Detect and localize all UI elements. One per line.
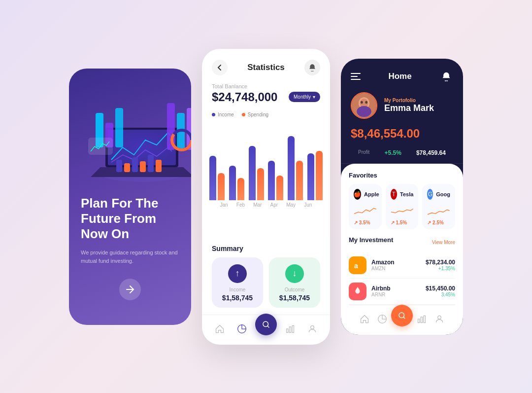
portfolio-info: My Portofolio Emma Mark [384,98,434,113]
nav-profile[interactable] [303,320,321,338]
profit-amount: $78,459.64 [416,149,446,156]
p3-nav-chart[interactable] [373,310,391,328]
svg-rect-7 [115,108,123,147]
income-dot [212,113,215,116]
tesla-name: Tesla [400,191,413,197]
google-name: Goog [436,191,450,197]
menu-button[interactable] [351,73,361,80]
summary-section: Summary ↑ Income $1,58,745 ↓ Outcome $1,… [202,240,330,315]
label-mar: Mar [253,202,262,208]
investment-title: My Investment [349,236,393,244]
amazon-name: Amazon [371,259,421,266]
menu-line-2 [351,76,358,77]
search-center-button[interactable] [255,314,277,335]
statistics-title: Statistics [247,63,285,72]
bar-spending-apr [276,176,283,200]
home-title: Home [388,71,411,81]
p3-nav-search[interactable] [391,305,413,326]
apple-mini-chart [354,204,377,217]
fav-card-tesla[interactable]: T Tesla ↗ 1.5% [386,184,419,229]
balance-row: $24,748,000 Monthly ▾ [212,90,320,104]
home-icon [215,324,225,334]
airbnb-logo [349,283,366,300]
svg-rect-22 [289,326,291,332]
portfolio-section: My Portofolio Emma Mark [341,90,463,126]
income-label: Income [230,287,246,292]
fav-card-apple[interactable]: 🍎 Apple ↗ 3.5% [349,184,382,229]
fav-header-apple: 🍎 Apple [354,189,377,200]
phone1: Plan For The Future From Now On We provi… [69,69,191,325]
investment-amazon[interactable]: a Amazon AMZN $78,234.00 +1.35% [349,252,455,279]
airbnb-icon [352,286,363,297]
favorites-row: 🍎 Apple ↗ 3.5% T Tesla [349,184,455,229]
nav-bar-chart[interactable] [281,320,299,338]
balance-label: Total Banlance [212,83,320,89]
fav-header-tesla: T Tesla [391,189,414,200]
menu-line-1 [351,73,361,74]
back-arrow-icon [216,64,224,71]
bar-income-feb [229,166,236,200]
fav-card-google[interactable]: G Goog ↗ 2.5% [422,184,455,229]
profit-percent: +5.5% [384,149,401,156]
p3-nav-home[interactable] [356,310,373,328]
label-apr: Apr [270,202,278,208]
income-icon: ↑ [228,264,247,283]
outcome-label: Outcome [285,287,305,292]
view-more-button[interactable]: View More [432,240,455,245]
home-bell-button[interactable] [439,70,453,83]
menu-line-3 [351,79,361,80]
airbnb-amount: $15,450.00 [426,285,455,292]
svg-rect-15 [124,163,130,172]
bar-income-jun [307,153,314,200]
notification-button[interactable] [304,60,320,75]
monthly-filter-button[interactable]: Monthly ▾ [289,92,320,102]
bar-chart [209,121,323,200]
portfolio-amount: $8,46,554.00 [341,126,463,145]
label-feb: Feb [236,202,245,208]
profit-label-item: Profit [358,149,369,156]
balance-section: Total Banlance $24,748,000 Monthly ▾ [202,81,330,108]
bar-spending-mar [257,168,264,200]
amazon-amounts: $78,234.00 +1.35% [426,259,455,271]
bar-group-apr [268,161,283,200]
phones-container: Plan For The Future From Now On We provi… [54,34,478,359]
nav-chart[interactable] [233,320,251,338]
p3-nav-bar-chart[interactable] [413,310,431,328]
phone2: Statistics Total Banlance $24,748,000 Mo… [202,49,330,345]
apple-chart-svg [354,204,377,217]
back-button[interactable] [212,60,228,75]
investment-airbnb[interactable]: Airbnb ARNR $15,450.00 3.45% [349,279,455,305]
phone3-body: Favorites 🍎 Apple ↗ 3.5% [341,164,463,335]
summary-cards: ↑ Income $1,58,745 ↓ Outcome $1,58,745 [212,257,320,308]
apple-name: Apple [364,191,379,197]
bar-group-feb [229,166,244,200]
chart-legend: Income Spending [202,108,330,119]
hero-illustration [81,83,179,192]
p3-nav-profile[interactable] [431,310,448,328]
airbnb-info: Airbnb ARNR [371,285,421,297]
p3-user-icon [434,314,444,324]
hero-cta-button[interactable] [119,279,141,300]
portfolio-name: Emma Mark [384,103,434,113]
p3-home-icon [360,314,369,324]
p3-search-icon [398,311,406,320]
bar-income-mar [249,146,256,200]
nav-home[interactable] [211,320,229,338]
tesla-mini-chart [391,204,414,217]
airbnb-name: Airbnb [371,285,421,292]
avatar-svg [352,92,376,119]
bar-income-may [288,136,295,200]
statistics-header: Statistics [202,49,330,81]
svg-rect-33 [418,319,420,323]
airbnb-amounts: $15,450.00 3.45% [426,285,455,297]
bar-spending-jun [316,151,323,200]
amazon-amount: $78,234.00 [426,259,455,266]
bar-group-mar [249,146,264,200]
amazon-icon: a [352,260,363,271]
svg-rect-17 [140,161,146,172]
portfolio-label: My Portofolio [384,98,434,103]
label-jun: Jun [304,202,312,208]
google-pct: ↗ 2.5% [427,220,450,225]
outcome-card: ↓ Outcome $1,58,745 [269,257,320,308]
profit-row: Profit +5.5% $78,459.64 [341,145,463,164]
